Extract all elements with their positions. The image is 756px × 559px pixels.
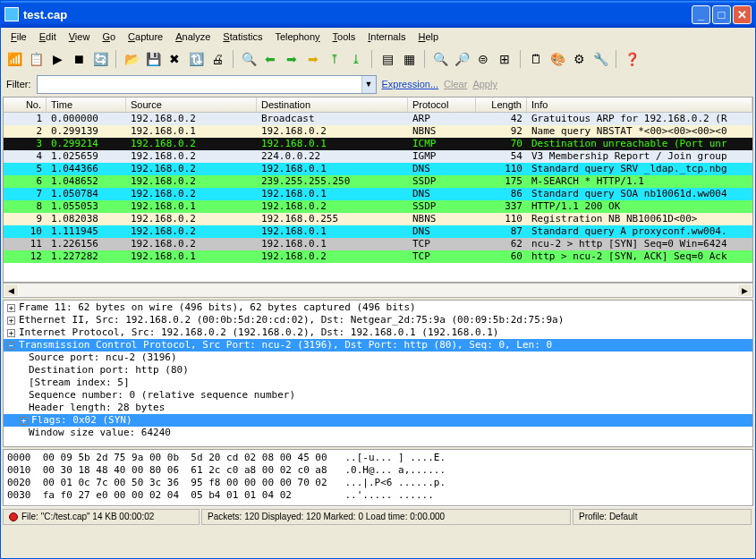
packet-row[interactable]: 51.044366192.168.0.2192.168.0.1DNS110Sta… <box>4 163 752 175</box>
packet-row[interactable]: 30.299214192.168.0.2192.168.0.1ICMP70Des… <box>4 138 752 150</box>
app-icon <box>4 7 19 21</box>
detail-flags[interactable]: +Flags: 0x02 (SYN) <box>4 414 752 427</box>
open-icon[interactable]: 📂 <box>122 49 141 69</box>
packet-details[interactable]: +Frame 11: 62 bytes on wire (496 bits), … <box>3 300 753 447</box>
detail-stream[interactable]: [Stream index: 5] <box>4 377 752 389</box>
filter-combo[interactable]: ▼ <box>37 75 377 94</box>
menu-tools[interactable]: Tools <box>327 30 362 45</box>
expression-link[interactable]: Expression... <box>382 79 439 89</box>
hscroll[interactable]: ◀ ▶ <box>3 283 753 298</box>
start-capture-icon[interactable]: ▶ <box>47 49 67 69</box>
menu-analyze[interactable]: Analyze <box>169 30 217 45</box>
col-destination[interactable]: Destination <box>257 97 408 112</box>
restart-icon[interactable]: 🔄 <box>90 49 110 69</box>
reload-icon[interactable]: 🔃 <box>186 49 206 69</box>
scroll-track[interactable] <box>19 284 737 297</box>
filters-icon[interactable]: 🗒 <box>526 49 546 69</box>
menu-go[interactable]: Go <box>96 30 122 45</box>
close-button[interactable]: ✕ <box>733 5 752 24</box>
packet-header: No. Time Source Destination Protocol Len… <box>4 97 752 113</box>
maximize-button[interactable]: □ <box>712 5 731 24</box>
window-title: test.cap <box>23 8 690 21</box>
detail-tcp[interactable]: −Transmission Control Protocol, Src Port… <box>4 339 752 351</box>
zoom-reset-icon[interactable]: ⊜ <box>473 49 493 69</box>
clear-link[interactable]: Clear <box>444 79 467 89</box>
packet-row[interactable]: 91.082038192.168.0.2192.168.0.255NBNS110… <box>4 213 752 225</box>
col-info[interactable]: Info <box>527 97 752 112</box>
detail-ethernet[interactable]: +Ethernet II, Src: 192.168.0.2 (00:0b:5d… <box>4 314 752 326</box>
col-no[interactable]: No. <box>4 97 47 112</box>
back-icon[interactable]: ⬅ <box>260 49 280 69</box>
col-source[interactable]: Source <box>126 97 257 112</box>
packet-row[interactable]: 61.048652192.168.0.2239.255.255.250SSDP1… <box>4 175 752 188</box>
hex-pane[interactable]: 0000 00 09 5b 2d 75 9a 00 0b 5d 20 cd 02… <box>3 449 753 506</box>
interfaces-icon[interactable]: 📶 <box>4 49 24 69</box>
menu-capture[interactable]: Capture <box>122 30 169 45</box>
menubar: File Edit View Go Capture Analyze Statis… <box>1 28 755 47</box>
settings-icon[interactable]: 🔧 <box>590 49 610 69</box>
col-length[interactable]: Length <box>476 97 527 112</box>
status-file: File: "C:/test.cap" 14 KB 00:00:02 <box>3 509 200 525</box>
save-icon[interactable]: 💾 <box>143 49 163 69</box>
detail-seq[interactable]: Sequence number: 0 (relative sequence nu… <box>4 389 752 402</box>
statusbar: File: "C:/test.cap" 14 KB 00:00:02 Packe… <box>1 506 755 526</box>
col-protocol[interactable]: Protocol <box>408 97 476 112</box>
prefs-icon[interactable]: ⚙ <box>569 49 589 69</box>
menu-edit[interactable]: Edit <box>33 30 63 45</box>
close-file-icon[interactable]: ✖ <box>165 49 184 69</box>
packet-row[interactable]: 101.111945192.168.0.2192.168.0.1DNS87Sta… <box>4 225 752 238</box>
filter-input[interactable] <box>38 76 361 93</box>
filter-dropdown-icon[interactable]: ▼ <box>361 76 376 93</box>
goto-icon[interactable]: ➡ <box>303 49 323 69</box>
print-icon[interactable]: 🖨 <box>208 49 227 69</box>
zoom-out-icon[interactable]: 🔎 <box>452 49 471 69</box>
options-icon[interactable]: 📋 <box>26 49 46 69</box>
detail-window[interactable]: Window size value: 64240 <box>4 427 752 439</box>
menu-help[interactable]: Help <box>412 30 445 45</box>
packet-row[interactable]: 10.000000192.168.0.2BroadcastARP42Gratui… <box>4 113 752 125</box>
status-profile[interactable]: Profile: Default <box>573 509 752 525</box>
toolbar: 📶 📋 ▶ ⏹ 🔄 📂 💾 ✖ 🔃 🖨 🔍 ⬅ ➡ ➡ ⤒ ⤓ ▤ ▦ 🔍 🔎 … <box>1 47 755 72</box>
expand-icon[interactable]: + <box>7 304 15 312</box>
packet-list[interactable]: No. Time Source Destination Protocol Len… <box>3 97 753 283</box>
detail-dstport[interactable]: Destination port: http (80) <box>4 364 752 377</box>
menu-telephony[interactable]: Telephony <box>268 30 326 45</box>
menu-file[interactable]: File <box>4 30 33 45</box>
autoscroll-icon[interactable]: ▦ <box>399 49 419 69</box>
find-icon[interactable]: 🔍 <box>239 49 259 69</box>
packet-row[interactable]: 111.226156192.168.0.2192.168.0.1TCP62ncu… <box>4 238 752 250</box>
collapse-icon[interactable]: − <box>7 342 15 350</box>
menu-statistics[interactable]: Statistics <box>217 30 268 45</box>
color-rules-icon[interactable]: 🎨 <box>548 49 567 69</box>
stop-capture-icon[interactable]: ⏹ <box>69 49 89 69</box>
detail-srcport[interactable]: Source port: ncu-2 (3196) <box>4 351 752 364</box>
col-time[interactable]: Time <box>47 97 126 112</box>
detail-hdrlen[interactable]: Header length: 28 bytes <box>4 402 752 414</box>
menu-view[interactable]: View <box>63 30 97 45</box>
scroll-right-icon[interactable]: ▶ <box>737 284 752 297</box>
capture-led-icon <box>9 512 18 521</box>
app-window: test.cap _ □ ✕ File Edit View Go Capture… <box>0 0 756 559</box>
expand-icon[interactable]: + <box>20 417 28 425</box>
minimize-button[interactable]: _ <box>692 5 710 24</box>
expand-icon[interactable]: + <box>7 317 15 325</box>
titlebar[interactable]: test.cap _ □ ✕ <box>1 1 755 28</box>
packet-row[interactable]: 81.055053192.168.0.1192.168.0.2SSDP337HT… <box>4 200 752 213</box>
last-icon[interactable]: ⤓ <box>346 49 366 69</box>
menu-internals[interactable]: Internals <box>361 30 412 45</box>
detail-frame[interactable]: +Frame 11: 62 bytes on wire (496 bits), … <box>4 301 752 314</box>
resize-cols-icon[interactable]: ⊞ <box>495 49 514 69</box>
packet-row[interactable]: 71.050784192.168.0.2192.168.0.1DNS86Stan… <box>4 188 752 200</box>
forward-icon[interactable]: ➡ <box>282 49 302 69</box>
apply-link[interactable]: Apply <box>472 79 497 89</box>
packet-row[interactable]: 20.299139192.168.0.1192.168.0.2NBNS92Nam… <box>4 125 752 138</box>
zoom-in-icon[interactable]: 🔍 <box>430 49 450 69</box>
colorize-icon[interactable]: ▤ <box>378 49 397 69</box>
first-icon[interactable]: ⤒ <box>325 49 344 69</box>
expand-icon[interactable]: + <box>7 329 15 337</box>
help-icon[interactable]: ❓ <box>622 49 641 69</box>
packet-row[interactable]: 41.025659192.168.0.2224.0.0.22IGMP54V3 M… <box>4 150 752 163</box>
packet-row[interactable]: 121.227282192.168.0.1192.168.0.2TCP60htt… <box>4 250 752 263</box>
scroll-left-icon[interactable]: ◀ <box>4 284 19 297</box>
detail-ip[interactable]: +Internet Protocol, Src: 192.168.0.2 (19… <box>4 326 752 339</box>
